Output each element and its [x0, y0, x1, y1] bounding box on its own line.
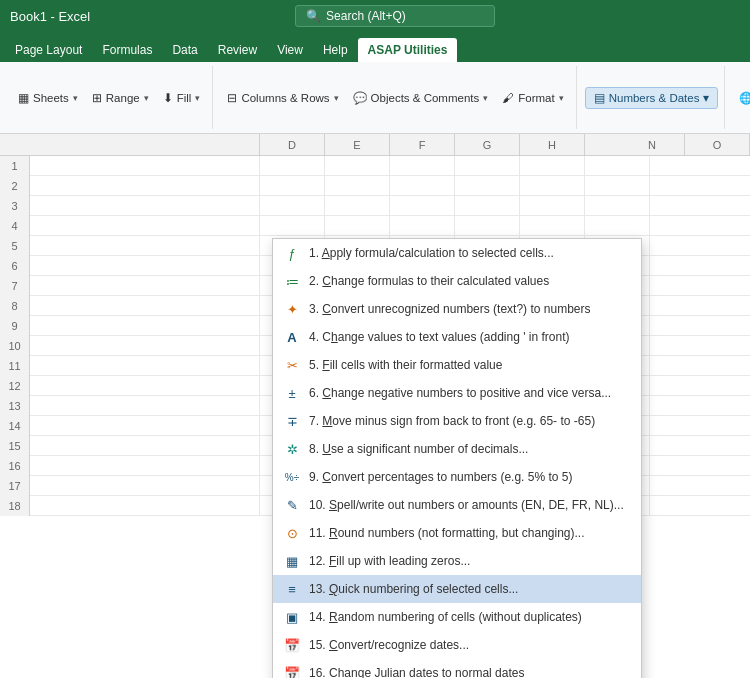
spreadsheet: D E F G H N O 12345678910111213141516171…	[0, 134, 750, 516]
cell[interactable]	[30, 256, 260, 276]
row-number: 11	[0, 356, 30, 376]
cell[interactable]	[455, 176, 520, 196]
menu-item-5[interactable]: ✂ 5. Fill cells with their formatted val…	[273, 351, 641, 379]
cell[interactable]	[585, 196, 650, 216]
menu-item-10[interactable]: ✎ 10. Spell/write out numbers or amounts…	[273, 491, 641, 519]
cell[interactable]	[325, 216, 390, 236]
tab-help[interactable]: Help	[313, 38, 358, 62]
menu-item-4[interactable]: A 4. Change values to text values (addin…	[273, 323, 641, 351]
cell[interactable]	[30, 296, 260, 316]
search-box[interactable]: 🔍 Search (Alt+Q)	[295, 5, 495, 27]
fill-icon: ⬇	[163, 91, 173, 105]
cell[interactable]	[30, 496, 260, 516]
menu-text-15: 15. Convert/recognize dates...	[309, 638, 469, 652]
table-row[interactable]: 4	[0, 216, 750, 236]
cell[interactable]	[390, 216, 455, 236]
menu-item-7[interactable]: ∓ 7. Move minus sign from back to front …	[273, 407, 641, 435]
cell[interactable]	[585, 156, 650, 176]
menu-item-11[interactable]: ⊙ 11. Round numbers (not formatting, but…	[273, 519, 641, 547]
cell[interactable]	[390, 156, 455, 176]
menu-item-16[interactable]: 📅 16. Change Julian dates to normal date…	[273, 659, 641, 678]
cell[interactable]	[390, 176, 455, 196]
cell[interactable]	[30, 376, 260, 396]
cell[interactable]	[325, 196, 390, 216]
menu-item-2[interactable]: ≔ 2. Change formulas to their calculated…	[273, 267, 641, 295]
columns-icon: ⊟	[227, 91, 237, 105]
menu-item-1[interactable]: ƒ 1. Apply formula/calculation to select…	[273, 239, 641, 267]
col-header-n: N	[620, 134, 685, 155]
cell[interactable]	[260, 196, 325, 216]
range-button[interactable]: ⊞ Range ▾	[86, 68, 155, 127]
cell[interactable]	[325, 156, 390, 176]
ribbon-group-columns: ⊟ Columns & Rows ▾ 💬 Objects & Comments …	[215, 66, 576, 129]
cell[interactable]	[520, 196, 585, 216]
col-header-e: E	[325, 134, 390, 155]
menu-text-8: 8. Use a significant number of decimals.…	[309, 442, 528, 456]
cell[interactable]	[30, 476, 260, 496]
table-row[interactable]: 1	[0, 156, 750, 176]
objects-comments-button[interactable]: 💬 Objects & Comments ▾	[347, 68, 495, 127]
cell[interactable]	[30, 356, 260, 376]
columns-rows-button[interactable]: ⊟ Columns & Rows ▾	[221, 68, 344, 127]
menu-item-6[interactable]: ± 6. Change negative numbers to positive…	[273, 379, 641, 407]
cell[interactable]	[455, 196, 520, 216]
columns-arrow-icon: ▾	[334, 93, 339, 103]
menu-text-16: 16. Change Julian dates to normal dates	[309, 666, 524, 678]
menu-item-12[interactable]: ▦ 12. Fill up with leading zeros...	[273, 547, 641, 575]
menu-text-2: 2. Change formulas to their calculated v…	[309, 274, 549, 288]
cell[interactable]	[455, 156, 520, 176]
cell[interactable]	[30, 316, 260, 336]
row-number: 16	[0, 456, 30, 476]
row-number: 4	[0, 216, 30, 236]
tab-review[interactable]: Review	[208, 38, 267, 62]
cell[interactable]	[30, 396, 260, 416]
cell[interactable]	[30, 436, 260, 456]
menu-item-13[interactable]: ≡ 13. Quick numbering of selected cells.…	[273, 575, 641, 603]
title-bar: Book1 - Excel 🔍 Search (Alt+Q)	[0, 0, 750, 32]
row-number: 5	[0, 236, 30, 256]
cell[interactable]	[520, 176, 585, 196]
cell[interactable]	[30, 196, 260, 216]
cell[interactable]	[520, 216, 585, 236]
web-button[interactable]: 🌐 Web ▾	[733, 88, 750, 108]
fill-button[interactable]: ⬇ Fill ▾	[157, 68, 207, 127]
cell[interactable]	[30, 176, 260, 196]
cell[interactable]	[30, 336, 260, 356]
menu-text-11: 11. Round numbers (not formatting, but c…	[309, 526, 585, 540]
cell[interactable]	[585, 216, 650, 236]
table-row[interactable]: 3	[0, 196, 750, 216]
cell[interactable]	[325, 176, 390, 196]
sheets-button[interactable]: ▦ Sheets ▾	[12, 68, 84, 127]
cell[interactable]	[30, 236, 260, 256]
cell[interactable]	[30, 276, 260, 296]
menu-icon-14: ▣	[283, 608, 301, 626]
table-row[interactable]: 2	[0, 176, 750, 196]
tab-formulas[interactable]: Formulas	[92, 38, 162, 62]
fill-arrow-icon: ▾	[195, 93, 200, 103]
tab-view[interactable]: View	[267, 38, 313, 62]
tab-asap-utilities[interactable]: ASAP Utilities	[358, 38, 458, 62]
numbers-dates-button[interactable]: ▤ Numbers & Dates ▾	[585, 87, 719, 109]
cell[interactable]	[30, 416, 260, 436]
cell[interactable]	[585, 176, 650, 196]
cell[interactable]	[520, 156, 585, 176]
menu-icon-7: ∓	[283, 412, 301, 430]
menu-item-14[interactable]: ▣ 14. Random numbering of cells (without…	[273, 603, 641, 631]
tab-page-layout[interactable]: Page Layout	[5, 38, 92, 62]
cell[interactable]	[260, 216, 325, 236]
tab-data[interactable]: Data	[162, 38, 207, 62]
cell[interactable]	[30, 456, 260, 476]
menu-item-9[interactable]: %÷ 9. Convert percentages to numbers (e.…	[273, 463, 641, 491]
menu-item-3[interactable]: ✦ 3. Convert unrecognized numbers (text?…	[273, 295, 641, 323]
cell[interactable]	[30, 216, 260, 236]
menu-item-8[interactable]: ✲ 8. Use a significant number of decimal…	[273, 435, 641, 463]
cell[interactable]	[260, 156, 325, 176]
format-button[interactable]: 🖌 Format ▾	[496, 68, 569, 127]
cell[interactable]	[390, 196, 455, 216]
menu-text-3: 3. Convert unrecognized numbers (text?) …	[309, 302, 590, 316]
cell[interactable]	[30, 156, 260, 176]
web-icon: 🌐	[739, 91, 750, 105]
menu-item-15[interactable]: 📅 15. Convert/recognize dates...	[273, 631, 641, 659]
cell[interactable]	[260, 176, 325, 196]
cell[interactable]	[455, 216, 520, 236]
